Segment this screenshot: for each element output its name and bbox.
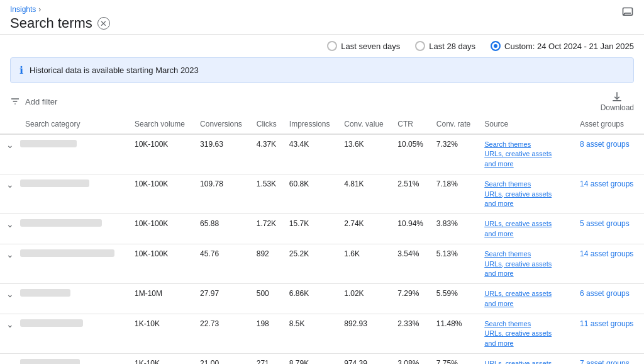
blurred-category [20,359,80,364]
expand-row-button[interactable]: ⌄ [6,359,14,364]
col-header-impressions: Impressions [284,115,339,134]
cell-asset-groups: 7 asset groups [575,354,644,364]
table-row: ⌄ 10K-100K45.7689225.2K1.6K3.54%5.13%Sea… [0,244,644,284]
expand-row-button[interactable]: ⌄ [6,319,14,329]
source-link[interactable]: and more [484,229,570,239]
expand-row-button[interactable]: ⌄ [6,140,14,150]
cell-impressions: 25.2K [284,244,339,284]
source-link[interactable]: URLs, creative assets [484,190,570,199]
radio-28days-icon [415,41,425,51]
cell-source: Search themesURLs, creative assetsand mo… [479,314,575,354]
cell-conversions: 109.78 [195,174,252,214]
source-link[interactable]: URLs, creative assets [484,329,570,338]
cell-source: URLs, creative assetsand more [479,214,575,244]
table-header-row: Search category Search volume Conversion… [0,115,644,134]
source-link[interactable]: and more [484,299,570,309]
cell-ctr: 7.29% [392,284,431,314]
blurred-category [20,219,102,227]
cell-source: URLs, creative assetsand more [479,354,575,364]
col-header-conv-rate: Conv. rate [431,115,479,134]
cell-conv-value: 4.81K [339,174,392,214]
cell-impressions: 8.5K [284,314,339,354]
cell-source: URLs, creative assetsand more [479,284,575,314]
source-link[interactable]: URLs, creative assets [484,149,570,159]
date-option-28days-label: Last 28 days [429,42,475,51]
col-header-search-volume: Search volume [130,115,195,134]
cell-source: Search themesURLs, creative assetsand mo… [479,244,575,284]
cell-conversions: 319.63 [195,134,252,174]
source-link[interactable]: URLs, creative assets [484,259,570,269]
cell-clicks: 1.53K [252,174,284,214]
cell-ctr: 3.54% [392,244,431,284]
source-link[interactable]: and more [484,339,570,348]
breadcrumb-insights-link[interactable]: Insights [10,5,36,14]
col-header-source: Source [479,115,575,134]
cell-search-category: ⌄ [0,284,130,314]
cell-clicks: 4.37K [252,134,284,174]
date-option-custom[interactable]: Custom: 24 Oct 2024 - 21 Jan 2025 [491,41,634,51]
date-option-28days[interactable]: Last 28 days [415,41,475,51]
col-header-conv-value: Conv. value [339,115,392,134]
cell-search-category: ⌄ [0,134,130,174]
expand-row-button[interactable]: ⌄ [6,219,14,229]
expand-row-button[interactable]: ⌄ [6,249,14,259]
asset-groups-link[interactable]: 11 asset groups [580,319,633,328]
cell-ctr: 2.51% [392,174,431,214]
blurred-category [20,289,70,297]
source-link[interactable]: and more [484,199,570,208]
asset-groups-link[interactable]: 8 asset groups [580,140,630,149]
asset-groups-link[interactable]: 5 asset groups [580,219,630,228]
cell-search-volume: 10K-100K [130,134,195,174]
expand-row-button[interactable]: ⌄ [6,289,14,299]
table-row: ⌄ 10K-100K319.634.37K43.4K13.6K10.05%7.3… [0,134,644,174]
cell-search-volume: 10K-100K [130,244,195,284]
cell-search-volume: 10K-100K [130,174,195,214]
expand-row-button[interactable]: ⌄ [6,179,14,190]
cell-conv-rate: 3.83% [431,214,479,244]
cell-search-category: ⌄ [0,174,130,214]
source-link[interactable]: Search themes [484,179,570,189]
source-link[interactable]: URLs, creative assets [484,219,570,229]
source-link[interactable]: Search themes [484,140,570,149]
cell-asset-groups: 14 asset groups [575,174,644,214]
cell-source: Search themesURLs, creative assetsand mo… [479,174,575,214]
info-banner-text: Historical data is available starting Ma… [30,65,199,75]
col-header-search-category: Search category [0,115,130,134]
feedback-icon[interactable] [621,6,634,22]
cell-conv-value: 892.93 [339,314,392,354]
close-button[interactable]: ✕ [97,17,110,30]
source-link[interactable]: Search themes [484,319,570,329]
asset-groups-link[interactable]: 14 asset groups [580,179,633,188]
source-link[interactable]: and more [484,269,570,278]
date-option-7days[interactable]: Last seven days [327,41,400,51]
blurred-category [20,319,83,327]
breadcrumb-separator: › [38,5,41,14]
cell-conv-value: 1.6K [339,244,392,284]
cell-conv-rate: 7.18% [431,174,479,214]
cell-asset-groups: 5 asset groups [575,214,644,244]
asset-groups-link[interactable]: 6 asset groups [580,289,630,298]
source-link[interactable]: Search themes [484,249,570,259]
date-option-7days-label: Last seven days [341,42,400,51]
cell-conv-value: 2.74K [339,214,392,244]
table-container: Search category Search volume Conversion… [0,115,644,364]
add-filter-button[interactable]: Add filter [10,96,57,106]
cell-conversions: 22.73 [195,314,252,354]
download-button[interactable]: Download [601,91,634,112]
source-link[interactable]: URLs, creative assets [484,289,570,299]
info-banner: ℹ Historical data is available starting … [10,57,634,83]
asset-groups-link[interactable]: 14 asset groups [580,249,633,258]
header: Insights › Search terms ✕ [0,0,644,35]
cell-conv-rate: 7.32% [431,134,479,174]
cell-clicks: 198 [252,314,284,354]
radio-7days-icon [327,41,337,51]
date-option-custom-label: Custom: 24 Oct 2024 - 21 Jan 2025 [504,42,634,51]
source-link[interactable]: and more [484,159,570,169]
cell-impressions: 8.79K [284,354,339,364]
cell-impressions: 15.7K [284,214,339,244]
cell-search-category: ⌄ [0,214,130,244]
blurred-category [20,140,77,147]
page-title: Search terms [10,15,92,31]
asset-groups-link[interactable]: 7 asset groups [580,359,630,364]
source-link[interactable]: URLs, creative assets [484,359,570,364]
